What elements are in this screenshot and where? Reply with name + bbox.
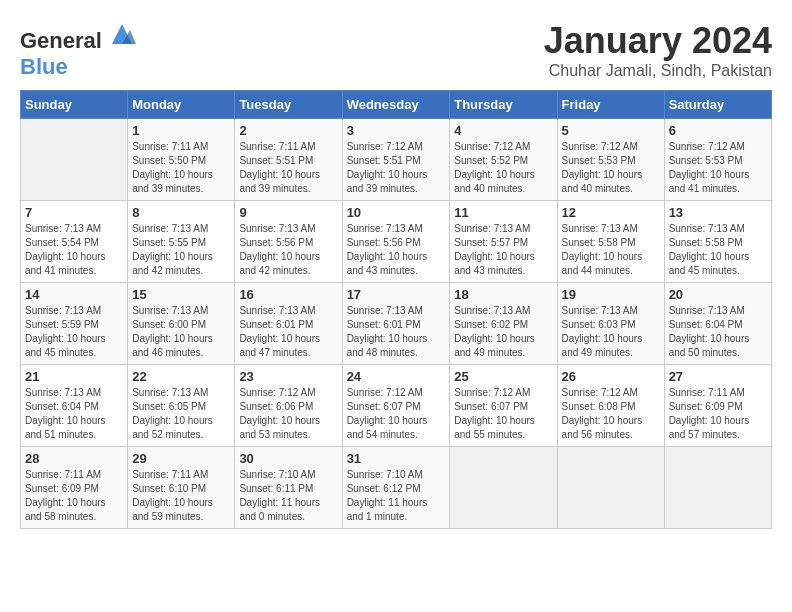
day-info: Sunrise: 7:11 AMSunset: 6:09 PMDaylight:…	[669, 386, 767, 442]
day-info: Sunrise: 7:10 AMSunset: 6:11 PMDaylight:…	[239, 468, 337, 524]
calendar-week-1: 1Sunrise: 7:11 AMSunset: 5:50 PMDaylight…	[21, 119, 772, 201]
calendar-cell: 26Sunrise: 7:12 AMSunset: 6:08 PMDayligh…	[557, 365, 664, 447]
calendar-cell: 24Sunrise: 7:12 AMSunset: 6:07 PMDayligh…	[342, 365, 450, 447]
header-day-sunday: Sunday	[21, 91, 128, 119]
day-number: 3	[347, 123, 446, 138]
day-info: Sunrise: 7:11 AMSunset: 6:10 PMDaylight:…	[132, 468, 230, 524]
day-number: 31	[347, 451, 446, 466]
day-info: Sunrise: 7:13 AMSunset: 6:04 PMDaylight:…	[669, 304, 767, 360]
day-info: Sunrise: 7:12 AMSunset: 5:53 PMDaylight:…	[669, 140, 767, 196]
title-area: January 2024 Chuhar Jamali, Sindh, Pakis…	[544, 20, 772, 80]
calendar-cell: 13Sunrise: 7:13 AMSunset: 5:58 PMDayligh…	[664, 201, 771, 283]
day-info: Sunrise: 7:10 AMSunset: 6:12 PMDaylight:…	[347, 468, 446, 524]
day-number: 17	[347, 287, 446, 302]
day-info: Sunrise: 7:13 AMSunset: 6:03 PMDaylight:…	[562, 304, 660, 360]
day-info: Sunrise: 7:12 AMSunset: 6:07 PMDaylight:…	[347, 386, 446, 442]
day-info: Sunrise: 7:13 AMSunset: 5:56 PMDaylight:…	[239, 222, 337, 278]
day-number: 20	[669, 287, 767, 302]
day-number: 28	[25, 451, 123, 466]
day-info: Sunrise: 7:13 AMSunset: 5:55 PMDaylight:…	[132, 222, 230, 278]
day-number: 24	[347, 369, 446, 384]
location-title: Chuhar Jamali, Sindh, Pakistan	[544, 62, 772, 80]
day-number: 7	[25, 205, 123, 220]
calendar-cell: 7Sunrise: 7:13 AMSunset: 5:54 PMDaylight…	[21, 201, 128, 283]
calendar-table: SundayMondayTuesdayWednesdayThursdayFrid…	[20, 90, 772, 529]
calendar-cell: 30Sunrise: 7:10 AMSunset: 6:11 PMDayligh…	[235, 447, 342, 529]
day-info: Sunrise: 7:13 AMSunset: 6:04 PMDaylight:…	[25, 386, 123, 442]
day-info: Sunrise: 7:12 AMSunset: 5:52 PMDaylight:…	[454, 140, 552, 196]
day-number: 9	[239, 205, 337, 220]
month-title: January 2024	[544, 20, 772, 62]
day-number: 27	[669, 369, 767, 384]
calendar-cell: 15Sunrise: 7:13 AMSunset: 6:00 PMDayligh…	[128, 283, 235, 365]
calendar-cell: 22Sunrise: 7:13 AMSunset: 6:05 PMDayligh…	[128, 365, 235, 447]
calendar-cell: 29Sunrise: 7:11 AMSunset: 6:10 PMDayligh…	[128, 447, 235, 529]
day-info: Sunrise: 7:13 AMSunset: 6:02 PMDaylight:…	[454, 304, 552, 360]
header-day-wednesday: Wednesday	[342, 91, 450, 119]
header-day-tuesday: Tuesday	[235, 91, 342, 119]
header: General Blue January 2024 Chuhar Jamali,…	[20, 20, 772, 80]
calendar-cell: 6Sunrise: 7:12 AMSunset: 5:53 PMDaylight…	[664, 119, 771, 201]
header-day-monday: Monday	[128, 91, 235, 119]
day-number: 16	[239, 287, 337, 302]
day-info: Sunrise: 7:13 AMSunset: 5:54 PMDaylight:…	[25, 222, 123, 278]
day-info: Sunrise: 7:13 AMSunset: 5:56 PMDaylight:…	[347, 222, 446, 278]
calendar-cell: 10Sunrise: 7:13 AMSunset: 5:56 PMDayligh…	[342, 201, 450, 283]
day-info: Sunrise: 7:11 AMSunset: 5:51 PMDaylight:…	[239, 140, 337, 196]
calendar-cell: 18Sunrise: 7:13 AMSunset: 6:02 PMDayligh…	[450, 283, 557, 365]
header-day-friday: Friday	[557, 91, 664, 119]
day-info: Sunrise: 7:13 AMSunset: 5:58 PMDaylight:…	[669, 222, 767, 278]
day-info: Sunrise: 7:13 AMSunset: 5:58 PMDaylight:…	[562, 222, 660, 278]
day-number: 11	[454, 205, 552, 220]
calendar-cell: 31Sunrise: 7:10 AMSunset: 6:12 PMDayligh…	[342, 447, 450, 529]
calendar-cell: 25Sunrise: 7:12 AMSunset: 6:07 PMDayligh…	[450, 365, 557, 447]
day-number: 8	[132, 205, 230, 220]
calendar-cell: 16Sunrise: 7:13 AMSunset: 6:01 PMDayligh…	[235, 283, 342, 365]
calendar-cell: 3Sunrise: 7:12 AMSunset: 5:51 PMDaylight…	[342, 119, 450, 201]
day-info: Sunrise: 7:13 AMSunset: 5:59 PMDaylight:…	[25, 304, 123, 360]
header-day-thursday: Thursday	[450, 91, 557, 119]
calendar-cell: 20Sunrise: 7:13 AMSunset: 6:04 PMDayligh…	[664, 283, 771, 365]
day-number: 10	[347, 205, 446, 220]
logo-icon	[108, 20, 136, 48]
day-info: Sunrise: 7:11 AMSunset: 5:50 PMDaylight:…	[132, 140, 230, 196]
calendar-header-row: SundayMondayTuesdayWednesdayThursdayFrid…	[21, 91, 772, 119]
day-info: Sunrise: 7:11 AMSunset: 6:09 PMDaylight:…	[25, 468, 123, 524]
day-number: 25	[454, 369, 552, 384]
day-number: 30	[239, 451, 337, 466]
day-number: 29	[132, 451, 230, 466]
day-number: 2	[239, 123, 337, 138]
calendar-cell	[664, 447, 771, 529]
day-number: 1	[132, 123, 230, 138]
calendar-cell: 4Sunrise: 7:12 AMSunset: 5:52 PMDaylight…	[450, 119, 557, 201]
calendar-week-2: 7Sunrise: 7:13 AMSunset: 5:54 PMDaylight…	[21, 201, 772, 283]
calendar-cell: 23Sunrise: 7:12 AMSunset: 6:06 PMDayligh…	[235, 365, 342, 447]
calendar-cell	[557, 447, 664, 529]
day-info: Sunrise: 7:13 AMSunset: 6:01 PMDaylight:…	[239, 304, 337, 360]
day-info: Sunrise: 7:12 AMSunset: 6:06 PMDaylight:…	[239, 386, 337, 442]
day-number: 19	[562, 287, 660, 302]
day-info: Sunrise: 7:12 AMSunset: 5:51 PMDaylight:…	[347, 140, 446, 196]
day-number: 18	[454, 287, 552, 302]
day-number: 12	[562, 205, 660, 220]
day-info: Sunrise: 7:12 AMSunset: 6:08 PMDaylight:…	[562, 386, 660, 442]
calendar-cell	[450, 447, 557, 529]
day-info: Sunrise: 7:13 AMSunset: 6:05 PMDaylight:…	[132, 386, 230, 442]
day-number: 13	[669, 205, 767, 220]
day-number: 14	[25, 287, 123, 302]
day-info: Sunrise: 7:13 AMSunset: 5:57 PMDaylight:…	[454, 222, 552, 278]
day-info: Sunrise: 7:12 AMSunset: 6:07 PMDaylight:…	[454, 386, 552, 442]
calendar-cell: 19Sunrise: 7:13 AMSunset: 6:03 PMDayligh…	[557, 283, 664, 365]
calendar-cell: 9Sunrise: 7:13 AMSunset: 5:56 PMDaylight…	[235, 201, 342, 283]
calendar-cell: 14Sunrise: 7:13 AMSunset: 5:59 PMDayligh…	[21, 283, 128, 365]
day-info: Sunrise: 7:12 AMSunset: 5:53 PMDaylight:…	[562, 140, 660, 196]
day-number: 23	[239, 369, 337, 384]
day-number: 15	[132, 287, 230, 302]
day-number: 4	[454, 123, 552, 138]
day-number: 21	[25, 369, 123, 384]
calendar-cell: 21Sunrise: 7:13 AMSunset: 6:04 PMDayligh…	[21, 365, 128, 447]
logo: General Blue	[20, 20, 136, 80]
calendar-cell: 17Sunrise: 7:13 AMSunset: 6:01 PMDayligh…	[342, 283, 450, 365]
day-number: 22	[132, 369, 230, 384]
calendar-cell: 28Sunrise: 7:11 AMSunset: 6:09 PMDayligh…	[21, 447, 128, 529]
